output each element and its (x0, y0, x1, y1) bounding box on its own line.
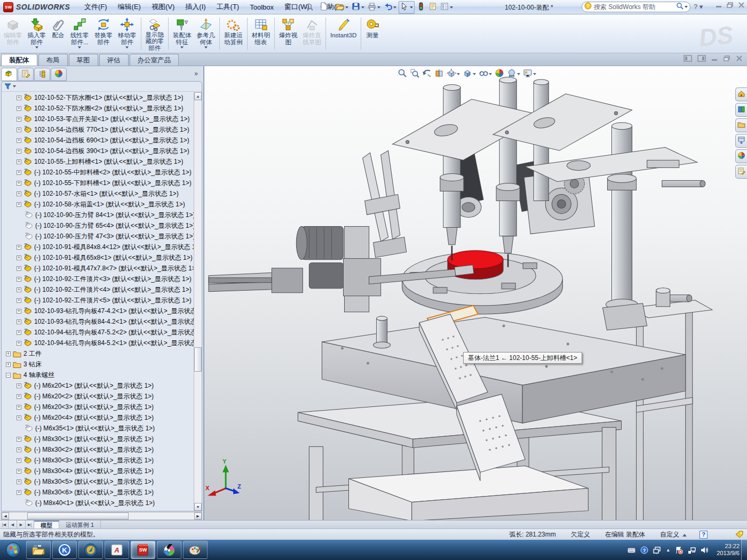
hud-view-orientation-button[interactable] (446, 67, 461, 81)
undo-button[interactable] (383, 2, 398, 13)
dropdown-caret-icon[interactable] (204, 46, 208, 49)
new-document-button[interactable] (319, 2, 333, 13)
cmd-assembly-features-button[interactable]: 装配体 特征 (170, 15, 194, 52)
taskpane-custom-properties-icon[interactable] (735, 165, 747, 179)
expand-toggle[interactable]: + (17, 287, 21, 292)
tab-nav-4[interactable]: ▶| (26, 521, 34, 529)
tree-item[interactable]: +102-10-54-边挡板 770<1> (默认<<默认>_显示状态 1>) (2, 124, 194, 135)
expand-toggle[interactable]: + (17, 95, 21, 100)
taskbar-browser-button[interactable] (78, 541, 103, 559)
tree-item[interactable]: +(-) M6x20<2> (默认<<默认>_显示状态 1>) (2, 391, 194, 402)
tree-item[interactable]: +102-10-93-钻孔导向板84-4.2<1> (默认<<默认>_显示状态 … (2, 316, 194, 327)
help-menu-button[interactable]: ? ▾ (694, 3, 703, 11)
tree-item[interactable]: +(-) 102-10-55-中卸料槽<2> (默认<<默认>_显示状态 1>) (2, 167, 194, 178)
tray-volume[interactable] (701, 546, 709, 554)
options-button[interactable] (439, 2, 454, 13)
tree-item[interactable]: +(-) M8x30<6> (默认<<默认>_显示状态 1>) (2, 487, 194, 498)
dropdown-caret-icon[interactable] (361, 6, 364, 9)
panel-configurationmanager-icon[interactable] (34, 68, 50, 81)
hud-edit-appearance-button[interactable] (494, 67, 505, 81)
expand-toggle[interactable]: + (17, 127, 21, 132)
tray-action-center[interactable] (675, 546, 683, 554)
cmd-measure-button[interactable]: 测量 (363, 15, 382, 52)
tree-item[interactable]: +102-10-52-下防水圈<1> (默认<<默认>_显示状态 1>) (2, 92, 194, 103)
tree-item[interactable]: (-) M8x40<1> (默认<<默认>_显示状态 1>) (2, 498, 194, 508)
tree-item[interactable]: +(-) M6x20<4> (默认<<默认>_显示状态 1>) (2, 412, 194, 423)
tree-item[interactable]: +(-) 102-10-91-模具65x8<1> (默认<<默认>_显示状态 1… (2, 252, 194, 263)
tree-item[interactable]: +102-10-55-上卸料槽<1> (默认<<默认>_显示状态 1>) (2, 156, 194, 167)
tree-item[interactable]: +102-10-54-边挡板 390<1> (默认<<默认>_显示状态 1>) (2, 146, 194, 156)
tray-keyboard[interactable] (627, 546, 635, 554)
tree-item[interactable]: (-) 102-10-90-压力臂 84<1> (默认<<默认>_显示状态 1>… (2, 210, 194, 220)
cmd-move-component-button[interactable]: 移动零 部件 (115, 15, 139, 52)
dropdown-caret-icon[interactable] (533, 73, 536, 75)
tree-item[interactable]: +(-) 102-10-92-工件顶片<4> (默认<<默认>_显示状态 1>) (2, 284, 194, 295)
taskbar-solidworks-button[interactable]: SW (131, 541, 155, 559)
dropdown-caret-icon[interactable] (125, 46, 129, 49)
doc-minimize-button[interactable] (711, 55, 718, 61)
doc-restore-button[interactable] (724, 55, 730, 61)
tree-item[interactable]: +102-10-52-下防水圈<2> (默认<<默认>_显示状态 1>) (2, 103, 194, 114)
hud-apply-scene-button[interactable] (506, 67, 521, 81)
cmd-mate-button[interactable]: 配合 (49, 15, 68, 52)
doc-close-button[interactable] (736, 55, 743, 61)
tree-item[interactable]: +(-) 102-10-91-模具47x7.8<7> (默认<<默认>_显示状态… (2, 263, 194, 274)
pane-split-right-icon[interactable] (697, 55, 706, 62)
tray-help[interactable]: ? (640, 546, 648, 554)
tree-item[interactable]: (-) 102-10-90-压力臂 65<4> (默认<<默认>_显示状态 1>… (2, 220, 194, 231)
tab-装配体[interactable]: 装配体 (1, 54, 37, 66)
doc-tab-运动算例 1[interactable]: 运动算例 1 (59, 521, 101, 529)
taskpane-view-palette-icon[interactable] (735, 134, 747, 148)
expand-toggle[interactable]: + (17, 341, 21, 346)
hud-section-view-button[interactable] (433, 67, 445, 81)
expand-toggle[interactable]: + (17, 117, 21, 122)
scroll-thumb[interactable] (194, 347, 202, 372)
expand-toggle[interactable]: + (17, 330, 21, 335)
hud-hide-show-items-button[interactable] (478, 67, 493, 81)
expand-toggle[interactable]: + (17, 298, 21, 303)
menu-1[interactable]: 文件(F) (79, 0, 113, 14)
tree-item[interactable]: +102-10-94-钻孔导向板47-5.2<2> (默认<<默认>_显示状态 … (2, 327, 194, 338)
tree-item[interactable]: +102-10-54-边挡板 690<1> (默认<<默认>_显示状态 1>) (2, 135, 194, 146)
expand-toggle[interactable]: + (17, 255, 21, 260)
custom-status-dropdown[interactable]: 自定义 (660, 530, 687, 539)
scroll-left-button[interactable]: ◀ (2, 513, 9, 519)
cmd-exploded-view-button[interactable]: 爆炸视 图 (276, 15, 300, 52)
hud-zoom-area-button[interactable] (409, 67, 420, 81)
cmd-instant3d-button[interactable]: Instant3D (328, 15, 359, 52)
tree-item[interactable]: +(-) M8x30<4> (默认<<默认>_显示状态 1>) (2, 466, 194, 476)
scroll-thumb-h[interactable] (27, 513, 129, 519)
expand-toggle[interactable]: + (17, 319, 21, 324)
show-desktop-button[interactable] (741, 540, 747, 560)
tab-nav-1[interactable]: |◀ (0, 521, 9, 529)
tree-item[interactable]: +(-) 102-10-92-工件顶片<5> (默认<<默认>_显示状态 1>) (2, 295, 194, 306)
tray-network[interactable] (688, 546, 696, 554)
taskbar-autocad-button[interactable]: A (105, 541, 129, 559)
assembly-model[interactable]: Y X Z (204, 66, 747, 520)
taskbar-clock[interactable]: 23:22 2013/9/6 (717, 543, 740, 557)
dropdown-caret-icon[interactable] (410, 6, 413, 9)
expand-toggle[interactable]: + (6, 351, 11, 356)
tree-item[interactable]: −4 轴承螺丝 (2, 370, 194, 380)
cmd-motion-study-button[interactable]: 新建运 动算例 (221, 15, 245, 52)
scroll-right-button[interactable]: ▶ (194, 513, 202, 519)
expand-toggle[interactable]: − (6, 373, 11, 378)
graphics-area[interactable]: Y X Z 基体-法兰1 ← 102-10-55-上卸料槽<1> (204, 66, 747, 520)
tree-item[interactable]: +(-) M8x30<2> (默认<<默认>_显示状态 1>) (2, 444, 194, 455)
expand-toggle[interactable]: + (17, 394, 21, 399)
tree-item[interactable]: +(-) M6x20<3> (默认<<默认>_显示状态 1>) (2, 402, 194, 412)
dropdown-caret-icon[interactable] (473, 73, 476, 75)
tree-item[interactable]: +(-) M8x30<1> (默认<<默认>_显示状态 1>) (2, 434, 194, 444)
expand-toggle[interactable]: + (17, 447, 21, 452)
taskbar-explorer-button[interactable] (26, 541, 51, 559)
hud-zoom-fit-button[interactable] (396, 67, 408, 81)
search-scope-caret-icon[interactable] (685, 6, 688, 8)
taskbar-k-player-button[interactable]: K (52, 541, 77, 559)
dropdown-caret-icon[interactable] (393, 6, 396, 9)
expand-toggle[interactable]: + (17, 181, 21, 186)
panel-displaymanager-icon[interactable] (51, 68, 67, 81)
tab-布局[interactable]: 布局 (38, 54, 68, 66)
tab-nav-2[interactable]: ◀ (9, 521, 17, 529)
tab-nav-3[interactable]: ▶ (17, 521, 26, 529)
dropdown-caret-icon[interactable] (180, 46, 184, 49)
